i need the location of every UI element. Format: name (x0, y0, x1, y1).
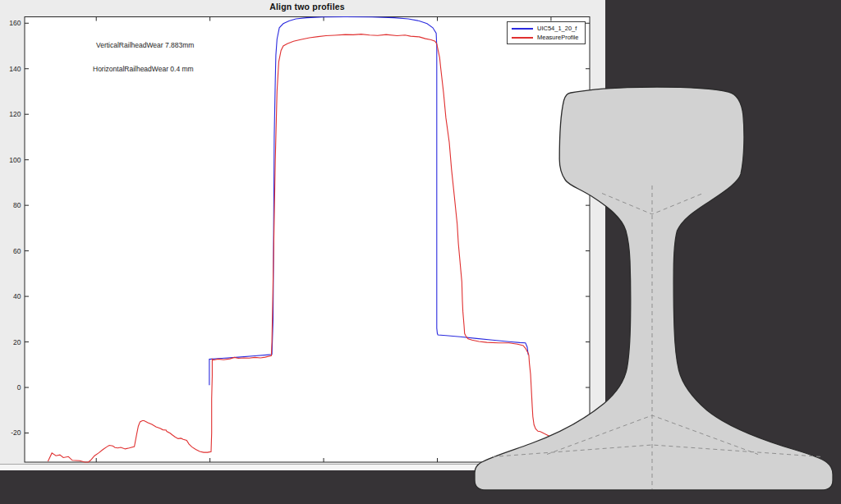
horizontal-wear-annotation: HorizontalRailheadWear 0.4 mm (93, 65, 194, 73)
y-tick-label: 160 (9, 19, 21, 27)
y-tick-label: 80 (13, 201, 21, 209)
y-axis-tick-labels: 160140120100806040200-20 (9, 19, 21, 437)
plot-area (25, 17, 590, 463)
y-tick-label: 60 (13, 247, 21, 255)
y-tick-label: 20 (13, 338, 21, 346)
legend-label: UIC54_1_20_f (537, 25, 577, 32)
y-tick-label: 40 (13, 292, 21, 300)
legend-entry-measureprofile: MeasureProfile (508, 33, 585, 42)
vertical-wear-annotation: VerticalRailheadWear 7.883mm (96, 41, 194, 49)
legend-line-swatch-red (512, 37, 533, 39)
y-tick-label: 0 (17, 383, 21, 392)
y-tick-label: 120 (9, 110, 21, 118)
legend-label: MeasureProfile (537, 34, 578, 41)
y-tick-label: -20 (11, 428, 21, 437)
y-tick-label: 100 (9, 156, 21, 164)
legend-entry-uic54: UIC54_1_20_f (508, 24, 585, 33)
y-tick-label: 140 (9, 65, 21, 73)
legend-line-swatch-blue (512, 28, 533, 30)
desktop: 160140120100806040200-20 Align two profi… (0, 0, 841, 504)
chart-title: Align two profiles (25, 2, 590, 11)
chart-legend[interactable]: UIC54_1_20_f MeasureProfile (507, 21, 586, 44)
profile-alignment-chart: 160140120100806040200-20 (0, 0, 841, 504)
